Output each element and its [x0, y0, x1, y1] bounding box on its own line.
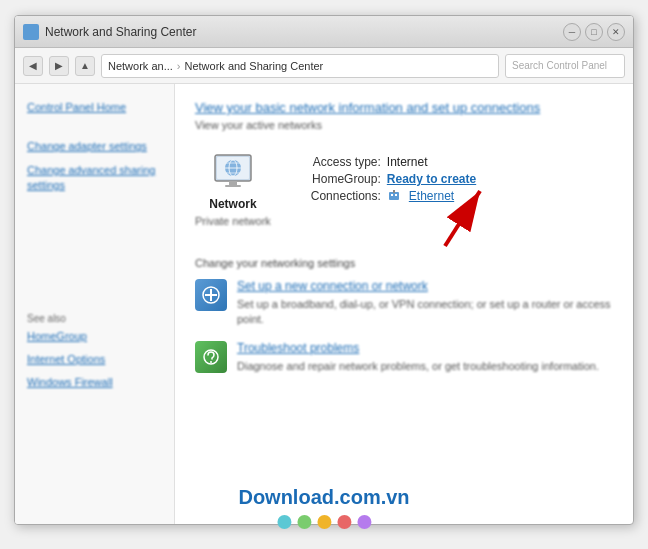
setting-item-2: Troubleshoot problems Diagnose and repai… [195, 341, 613, 373]
setting-2-text: Troubleshoot problems Diagnose and repai… [237, 341, 599, 373]
up-button[interactable]: ▲ [75, 56, 95, 76]
network-details: Access type: Internet HomeGroup: Ready t… [291, 153, 613, 227]
svg-rect-9 [389, 192, 399, 200]
network-icon [209, 153, 257, 193]
troubleshoot-icon [195, 341, 227, 373]
setting-2-desc: Diagnose and repair network problems, or… [237, 360, 599, 372]
setting-2-link[interactable]: Troubleshoot problems [237, 341, 599, 355]
network-sharing-center-window: Network and Sharing Center ─ □ ✕ ◀ ▶ ▲ N… [14, 15, 634, 525]
svg-rect-2 [229, 181, 237, 185]
search-placeholder: Search Control Panel [512, 60, 607, 71]
new-connection-icon [195, 279, 227, 311]
svg-rect-12 [393, 190, 395, 193]
ethernet-icon [387, 189, 401, 203]
sidebar: Control Panel Home Change adapter settin… [15, 84, 175, 524]
connections-value[interactable]: Ethernet [409, 189, 454, 203]
svg-rect-10 [391, 194, 393, 196]
network-icon-area: Network Private network [195, 153, 271, 227]
network-info-box: Network Private network Access type: Int… [195, 143, 613, 237]
network-type: Private network [195, 215, 271, 227]
search-box[interactable]: Search Control Panel [505, 54, 625, 78]
sidebar-internet-options[interactable]: Internet Options [15, 348, 174, 371]
window-title: Network and Sharing Center [45, 25, 563, 39]
breadcrumb-part2: Network and Sharing Center [184, 60, 323, 72]
watermark-text: Download.com.vn [238, 486, 409, 509]
forward-button[interactable]: ▶ [49, 56, 69, 76]
sidebar-control-panel-home[interactable]: Control Panel Home [15, 96, 174, 119]
section-label: View your active networks [195, 119, 613, 131]
breadcrumb[interactable]: Network an... › Network and Sharing Cent… [101, 54, 499, 78]
watermark-dots [277, 515, 371, 529]
main-area: Control Panel Home Change adapter settin… [15, 84, 633, 524]
setting-1-link[interactable]: Set up a new connection or network [237, 279, 613, 293]
sidebar-change-adapter[interactable]: Change adapter settings [15, 135, 174, 158]
breadcrumb-sep: › [177, 60, 181, 72]
connections-label: Connections: [291, 189, 381, 203]
dot-3 [317, 515, 331, 529]
close-button[interactable]: ✕ [607, 23, 625, 41]
homegroup-row: HomeGroup: Ready to create [291, 172, 613, 186]
dot-1 [277, 515, 291, 529]
dot-5 [357, 515, 371, 529]
svg-rect-11 [395, 194, 397, 196]
setting-1-text: Set up a new connection or network Set u… [237, 279, 613, 327]
sidebar-homegroup[interactable]: HomeGroup [15, 325, 174, 348]
sidebar-windows-firewall[interactable]: Windows Firewall [15, 371, 174, 394]
svg-point-17 [210, 361, 212, 363]
network-name: Network [209, 197, 256, 211]
watermark: Download.com.vn [238, 486, 409, 529]
page-title[interactable]: View your basic network information and … [195, 100, 613, 115]
address-bar: ◀ ▶ ▲ Network an... › Network and Sharin… [15, 48, 633, 84]
change-settings-title: Change your networking settings [195, 257, 613, 269]
minimize-button[interactable]: ─ [563, 23, 581, 41]
homegroup-label: HomeGroup: [291, 172, 381, 186]
access-type-label: Access type: [291, 155, 381, 169]
breadcrumb-part1: Network an... [108, 60, 173, 72]
connections-row: Connections: Ethernet [291, 189, 613, 203]
svg-rect-3 [225, 185, 241, 187]
window-icon [23, 24, 39, 40]
window-controls: ─ □ ✕ [563, 23, 625, 41]
back-button[interactable]: ◀ [23, 56, 43, 76]
dot-4 [337, 515, 351, 529]
setting-item-1: Set up a new connection or network Set u… [195, 279, 613, 327]
homegroup-value[interactable]: Ready to create [387, 172, 476, 186]
dot-2 [297, 515, 311, 529]
access-type-row: Access type: Internet [291, 155, 613, 169]
maximize-button[interactable]: □ [585, 23, 603, 41]
title-bar: Network and Sharing Center ─ □ ✕ [15, 16, 633, 48]
setting-1-desc: Set up a broadband, dial-up, or VPN conn… [237, 298, 611, 325]
access-type-value: Internet [387, 155, 428, 169]
sidebar-change-advanced[interactable]: Change advanced sharing settings [15, 159, 174, 198]
content-area: View your basic network information and … [175, 84, 633, 524]
